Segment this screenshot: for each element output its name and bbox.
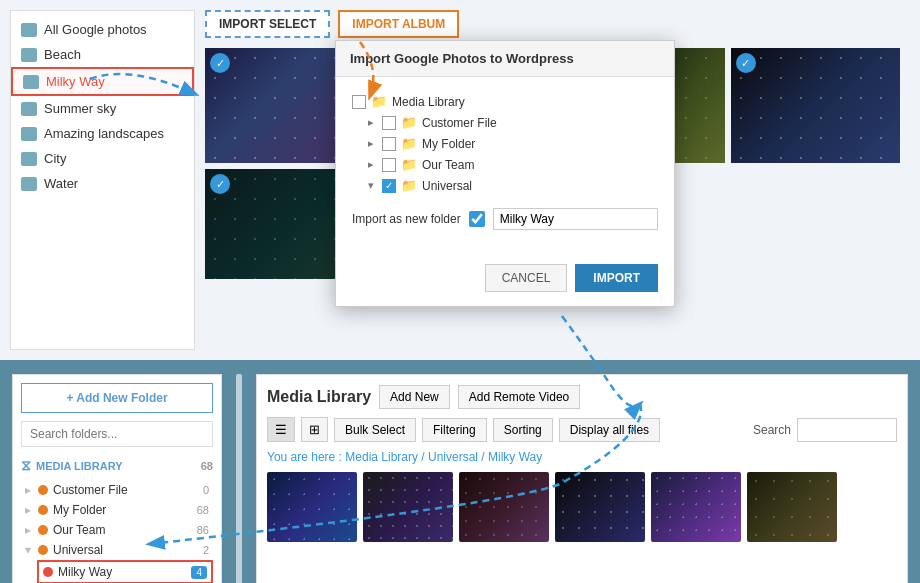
import-as-folder-row: Import as new folder [352, 208, 658, 230]
import-dialog: Import Google Photos to Wordpress 📁 Medi… [335, 40, 675, 307]
media-header: Media Library Add New Add Remote Video [267, 385, 897, 409]
photo-check-5[interactable]: ✓ [210, 174, 230, 194]
folder-tree: 📁 Media Library ▸ 📁 Customer File ▸ [352, 91, 658, 196]
folder-icon-universal: 📁 [401, 178, 417, 193]
sidebar-item-summer-sky[interactable]: Summer sky [11, 96, 194, 121]
milky-way-icon [23, 75, 39, 89]
photo-check-1[interactable]: ✓ [210, 53, 230, 73]
folder-my-folder[interactable]: ▸ 📁 My Folder [368, 133, 658, 154]
tree-universal[interactable]: ▾ Universal 2 [21, 540, 213, 560]
sidebar-item-all[interactable]: All Google photos [11, 17, 194, 42]
import-button[interactable]: IMPORT [575, 264, 658, 292]
folder-dot-customer [38, 485, 48, 495]
grid-view-button[interactable]: ⊞ [301, 417, 328, 442]
folder-panel: + Add New Folder ⧖ MEDIA LIBRARY 68 ▸ Cu… [12, 374, 222, 583]
media-library-icon: ⧖ [21, 457, 31, 474]
search-folders-input[interactable] [21, 421, 213, 447]
folder-dot-universal [38, 545, 48, 555]
sidebar-item-city[interactable]: City [11, 146, 194, 171]
beach-icon [21, 48, 37, 62]
photo-check-4[interactable]: ✓ [736, 53, 756, 73]
strip-item-6[interactable] [747, 472, 837, 542]
strip-item-5[interactable] [651, 472, 741, 542]
dialog-footer: CANCEL IMPORT [336, 256, 674, 306]
import-album-button[interactable]: IMPORT ALBUM [338, 10, 459, 38]
media-toolbar: ☰ ⊞ Bulk Select Filtering Sorting Displa… [267, 417, 897, 442]
sorting-button[interactable]: Sorting [493, 418, 553, 442]
expand-caret-our-team: ▸ [25, 523, 31, 537]
add-new-button[interactable]: Add New [379, 385, 450, 409]
panel-divider [236, 374, 242, 583]
folder-checkbox-media[interactable] [352, 95, 366, 109]
expand-caret-universal: ▾ [25, 543, 31, 557]
main-content-area: IMPORT SELECT IMPORT ALBUM ✓ ✓ ✓ ✓ [195, 10, 910, 350]
folder-icon-media: 📁 [371, 94, 387, 109]
expand-icon-customer: ▸ [368, 116, 374, 129]
expand-icon-team: ▸ [368, 158, 374, 171]
folder-our-team[interactable]: ▸ 📁 Our Team [368, 154, 658, 175]
water-icon [21, 177, 37, 191]
tree-milky-way[interactable]: Milky Way 4 [37, 560, 213, 583]
list-view-button[interactable]: ☰ [267, 417, 295, 442]
import-folder-checkbox[interactable] [469, 211, 485, 227]
expand-caret-my-folder: ▸ [25, 503, 31, 517]
dialog-title: Import Google Photos to Wordpress [336, 41, 674, 77]
folder-icon-my: 📁 [401, 136, 417, 151]
strip-item-2[interactable] [363, 472, 453, 542]
add-folder-button[interactable]: + Add New Folder [21, 383, 213, 413]
tree-my-folder[interactable]: ▸ My Folder 68 [21, 500, 213, 520]
folder-dot-our-team [38, 525, 48, 535]
photo-item-4[interactable]: ✓ [731, 48, 900, 163]
folder-media-library[interactable]: 📁 Media Library [352, 91, 658, 112]
tree-our-team[interactable]: ▸ Our Team 86 [21, 520, 213, 540]
city-icon [21, 152, 37, 166]
import-select-button[interactable]: IMPORT SELECT [205, 10, 330, 38]
folder-dot-milky-way [43, 567, 53, 577]
tree-customer-file[interactable]: ▸ Customer File 0 [21, 480, 213, 500]
all-photos-icon [21, 23, 37, 37]
expand-icon-my: ▸ [368, 137, 374, 150]
expand-icon-universal: ▾ [368, 179, 374, 192]
media-library-section: ⧖ MEDIA LIBRARY 68 [21, 457, 213, 474]
amazing-landscapes-icon [21, 127, 37, 141]
folder-customer-file[interactable]: ▸ 📁 Customer File [368, 112, 658, 133]
folder-icon-team: 📁 [401, 157, 417, 172]
summer-sky-icon [21, 102, 37, 116]
expand-caret-customer: ▸ [25, 483, 31, 497]
strip-item-1[interactable] [267, 472, 357, 542]
folder-icon-customer: 📁 [401, 115, 417, 130]
filtering-button[interactable]: Filtering [422, 418, 487, 442]
breadcrumb: You are here : Media Library / Universal… [267, 450, 897, 464]
import-folder-name-input[interactable] [493, 208, 658, 230]
bulk-select-button[interactable]: Bulk Select [334, 418, 416, 442]
photo-toolbar: IMPORT SELECT IMPORT ALBUM [205, 10, 900, 38]
search-media-input[interactable] [797, 418, 897, 442]
cancel-button[interactable]: CANCEL [485, 264, 568, 292]
sidebar-item-beach[interactable]: Beach [11, 42, 194, 67]
folder-checkbox-my[interactable] [382, 137, 396, 151]
folder-universal[interactable]: ▾ ✓ 📁 Universal [368, 175, 658, 196]
dialog-body: 📁 Media Library ▸ 📁 Customer File ▸ [336, 77, 674, 256]
sidebar-item-amazing-landscapes[interactable]: Amazing landscapes [11, 121, 194, 146]
strip-item-4[interactable] [555, 472, 645, 542]
display-all-button[interactable]: Display all files [559, 418, 660, 442]
media-library-panel: Media Library Add New Add Remote Video ☰… [256, 374, 908, 583]
photo-strip [267, 472, 897, 542]
strip-item-3[interactable] [459, 472, 549, 542]
sidebar-item-water[interactable]: Water [11, 171, 194, 196]
folder-checkbox-team[interactable] [382, 158, 396, 172]
media-library-title: Media Library [267, 388, 371, 406]
folder-dot-my-folder [38, 505, 48, 515]
folder-checkbox-customer[interactable] [382, 116, 396, 130]
folder-checkbox-universal[interactable]: ✓ [382, 179, 396, 193]
sidebar-item-milky-way[interactable]: Milky Way [11, 67, 194, 96]
search-label: Search [753, 423, 791, 437]
bottom-section: + Add New Folder ⧖ MEDIA LIBRARY 68 ▸ Cu… [0, 360, 920, 583]
add-remote-video-button[interactable]: Add Remote Video [458, 385, 581, 409]
google-photos-sidebar: All Google photos Beach Milky Way Summer… [10, 10, 195, 350]
